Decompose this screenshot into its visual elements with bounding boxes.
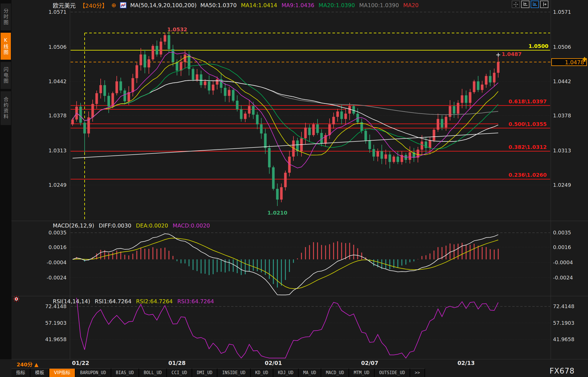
- peak-price-label: 1.0532: [167, 26, 187, 32]
- candle: [176, 62, 178, 71]
- macd-axis-label-right: -0.0004: [553, 259, 573, 265]
- candle: [212, 85, 215, 91]
- toolbar-tab-outside_ud[interactable]: OUTSIDE_UD: [375, 368, 410, 377]
- candle: [493, 73, 496, 83]
- candle: [236, 101, 239, 109]
- price-up-arrow-stem: [584, 60, 585, 62]
- toolbar-tab-bias_ud[interactable]: BIAS_UD: [111, 368, 139, 377]
- candle: [465, 95, 468, 103]
- candle: [336, 111, 339, 117]
- candle: [260, 124, 263, 133]
- price-axis-label-right: 1.0442: [553, 78, 571, 84]
- fib-label: 0.618\1.0397: [509, 98, 547, 104]
- toolbar-tab-boll_ud[interactable]: BOLL_UD: [139, 368, 167, 377]
- scale-left-button[interactable]: [521, 1, 529, 8]
- sidebar-item-2[interactable]: 闪电图: [1, 62, 11, 89]
- candle: [348, 106, 351, 114]
- add-indicator-icon[interactable]: ⊕: [111, 2, 116, 9]
- ma-legend-entry-5: MA20: [403, 2, 419, 8]
- toolbar-tab-ma_ud[interactable]: MA_UD: [299, 368, 321, 377]
- candle: [272, 167, 275, 189]
- scale-right-button[interactable]: [540, 1, 548, 8]
- ma-legend-entry-3: MA20:1.0390: [319, 2, 355, 8]
- date-label: 02/13: [457, 360, 475, 366]
- candle: [461, 95, 464, 103]
- candle: [280, 187, 283, 200]
- sidebar-item-1[interactable]: K线图: [1, 33, 11, 60]
- last-price-tag: 1.0478: [551, 58, 587, 66]
- ma-legend-entry-4: MA100:1.0390: [359, 2, 399, 8]
- candle: [83, 123, 86, 133]
- recent-high-label: 1.0487: [502, 51, 521, 57]
- price-axis-label-right: 1.0249: [553, 182, 571, 188]
- candle: [248, 106, 251, 114]
- rsi-axis-label-right: 57.1903: [553, 320, 574, 326]
- bottom-toolbar: 指标模板VIP指标BARUPDN_UDBIAS_UDBOLL_UDCCI_UDD…: [11, 368, 425, 377]
- candle: [256, 115, 259, 125]
- candle: [429, 141, 431, 148]
- mini-chart-icon[interactable]: [120, 2, 126, 8]
- scale-play-button[interactable]: [531, 1, 539, 8]
- candle: [365, 131, 367, 141]
- rsi3-value: RSI3:64.7264: [177, 298, 214, 304]
- price-axis-label-right: 1.0571: [553, 9, 571, 15]
- toolbar-tab-mtm_ud[interactable]: MTM_UD: [349, 368, 374, 377]
- candle: [284, 173, 287, 187]
- candle: [449, 106, 451, 117]
- toolbar-tab-cci_ud[interactable]: CCI_UD: [167, 368, 192, 377]
- fib-label: 0.500\1.0355: [509, 121, 547, 127]
- candle: [156, 46, 158, 55]
- fib-label: 0.382\1.0312: [509, 144, 547, 150]
- fib-label: 0.236\1.0260: [509, 172, 547, 178]
- candle: [437, 119, 439, 130]
- sidebar-item-0[interactable]: 分时图: [1, 3, 11, 30]
- candle: [240, 109, 243, 119]
- date-label: 02/07: [361, 360, 378, 366]
- toolbar-tab-vip[interactable]: VIP指标: [49, 368, 75, 377]
- toolbar-tab->>[interactable]: >>: [410, 368, 425, 377]
- candle: [108, 96, 110, 106]
- rsi-axis-label-left: 41.9658: [45, 336, 67, 342]
- macd-value: MACD:0.0020: [173, 222, 210, 229]
- candle: [204, 81, 207, 85]
- macd-axis-label-right: 0.0035: [553, 230, 571, 236]
- candle: [184, 55, 186, 62]
- price-axis-label-left: 1.0571: [48, 9, 67, 15]
- sidebar-item-3[interactable]: 合约资料: [1, 91, 11, 125]
- macd-title: MACD(26,12,9): [53, 222, 94, 229]
- toolbar-tab-kdj_ud[interactable]: KDJ_UD: [273, 368, 299, 377]
- toolbar-tab-dmi_ud[interactable]: DMI_UD: [192, 368, 217, 377]
- toolbar-tab-barupdn_ud[interactable]: BARUPDN_UD: [75, 368, 111, 377]
- toolbar-tab-kd_ud[interactable]: KD_UD: [251, 368, 273, 377]
- price-axis-label-left: 1.0506: [48, 44, 67, 50]
- candle: [473, 81, 476, 92]
- candle: [268, 148, 271, 167]
- candle: [152, 46, 154, 59]
- toolbar-tab-[interactable]: 指标: [11, 368, 30, 377]
- candle: [397, 157, 399, 162]
- price-axis-label-left: 1.0442: [48, 78, 67, 84]
- candle: [100, 85, 102, 93]
- toolbar-tab-inside_ud[interactable]: INSIDE_UD: [217, 368, 250, 377]
- rsi1-value: RSI1:64.7264: [95, 298, 131, 304]
- candle: [232, 90, 235, 101]
- candle: [228, 90, 231, 96]
- price-axis-label-right: 1.0506: [553, 44, 571, 50]
- main-chart-svg[interactable]: 1.05711.05711.05061.05061.04421.04421.03…: [0, 0, 588, 377]
- candle: [200, 74, 203, 85]
- ma-legend-entry-1: MA14:1.0414: [241, 2, 277, 8]
- ma100-line: [73, 80, 498, 121]
- timeframe-label[interactable]: 【240分】: [79, 1, 108, 9]
- macd-axis-label-right: 0.0016: [553, 244, 571, 250]
- candle: [140, 55, 142, 65]
- bottom-period-label[interactable]: 240分 ▲: [17, 360, 38, 368]
- move-tool-button[interactable]: [512, 1, 520, 8]
- rsi-line: [77, 298, 498, 358]
- candle: [441, 119, 443, 128]
- toolbar-tab-macd_ud[interactable]: MACD_UD: [321, 368, 349, 377]
- toolbar-tab-[interactable]: 模板: [30, 368, 49, 377]
- rsi-axis-label-right: 72.4148: [553, 303, 574, 309]
- macd-axis-label-right: -0.0024: [553, 275, 573, 281]
- target-icon[interactable]: [13, 296, 20, 302]
- candle: [381, 151, 383, 159]
